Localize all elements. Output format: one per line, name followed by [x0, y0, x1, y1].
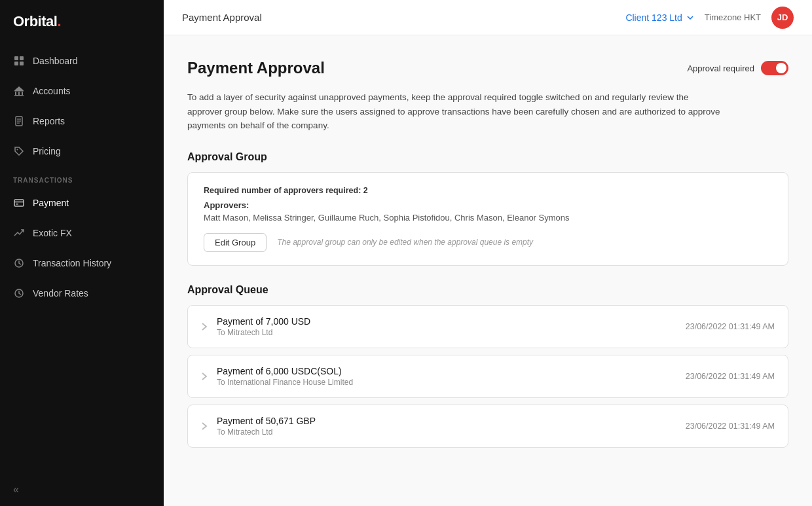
svg-rect-7	[22, 92, 23, 95]
queue-item-date: 23/06/2022 01:31:49 AM	[686, 322, 775, 331]
sidebar-item-dashboard-label: Dashboard	[33, 56, 78, 66]
bank-icon	[13, 85, 25, 97]
svg-rect-6	[18, 92, 20, 95]
approvers-label: Approvers:	[204, 200, 772, 210]
logo-name: Orbital	[13, 13, 57, 29]
approval-group-section-title: Approval Group	[187, 151, 788, 163]
main-content: Payment Approval Approval required To ad…	[164, 35, 812, 506]
queue-item-details: Payment of 6,000 USDC(SOL) To Internatio…	[217, 366, 353, 387]
collapse-icon: «	[13, 484, 19, 496]
queue-item-title: Payment of 7,000 USD	[217, 316, 310, 327]
avatar-initials: JD	[777, 12, 788, 22]
required-count-value: 2	[363, 186, 368, 195]
client-name: Client 123 Ltd	[625, 12, 682, 23]
approval-toggle-group: Approval required	[687, 61, 788, 75]
client-selector[interactable]: Client 123 Ltd	[625, 12, 693, 23]
queue-item-details: Payment of 50,671 GBP To Mitratech Ltd	[217, 416, 316, 437]
queue-item-subtitle: To Mitratech Ltd	[217, 328, 310, 337]
sidebar-item-payment-label: Payment	[33, 198, 69, 208]
edit-group-button[interactable]: Edit Group	[204, 233, 267, 252]
logo-dot: .	[57, 13, 61, 29]
transactions-section-label: TRANSACTIONS	[0, 166, 164, 188]
approval-required-toggle[interactable]	[761, 61, 788, 75]
sidebar-item-vendor-rates-label: Vendor Rates	[33, 288, 88, 298]
timezone-label: Timezone HKT	[705, 12, 761, 22]
svg-rect-1	[20, 56, 24, 60]
queue-item-left: Payment of 7,000 USD To Mitratech Ltd	[201, 316, 310, 337]
queue-item[interactable]: Payment of 50,671 GBP To Mitratech Ltd 2…	[187, 405, 788, 448]
logo-text: Orbital.	[13, 13, 61, 30]
page-title: Payment Approval	[187, 59, 325, 77]
logo-area: Orbital.	[0, 0, 164, 41]
approvers-list: Matt Mason, Melissa Stringer, Guillaume …	[204, 213, 772, 223]
sidebar-nav: Dashboard Accounts	[0, 41, 164, 473]
topbar-right: Client 123 Ltd Timezone HKT JD	[625, 7, 794, 29]
svg-rect-0	[14, 56, 18, 60]
approval-queue-section-title: Approval Queue	[187, 284, 788, 296]
sidebar-item-transaction-history-label: Transaction History	[33, 258, 111, 268]
approval-group-card: Required number of approvers required: 2…	[187, 172, 788, 266]
queue-item-title: Payment of 50,671 GBP	[217, 416, 316, 426]
topbar: Payment Approval Client 123 Ltd Timezone…	[164, 0, 812, 35]
sidebar-item-exotic-fx[interactable]: Exotic FX	[0, 218, 164, 248]
edit-group-row: Edit Group The approval group can only b…	[204, 233, 772, 252]
edit-group-note: The approval group can only be edited wh…	[277, 238, 533, 247]
svg-point-14	[17, 149, 18, 151]
queue-item-subtitle: To International Finance House Limited	[217, 378, 353, 387]
sidebar-item-accounts[interactable]: Accounts	[0, 76, 164, 106]
queue-item-details: Payment of 7,000 USD To Mitratech Ltd	[217, 316, 310, 337]
history-icon	[13, 257, 25, 269]
svg-rect-2	[14, 62, 18, 65]
toggle-label: Approval required	[687, 63, 754, 73]
sidebar-item-pricing[interactable]: Pricing	[0, 136, 164, 166]
vendor-rates-icon	[13, 287, 25, 299]
required-count-label: Required number of approvers required:	[204, 186, 361, 195]
queue-item-date: 23/06/2022 01:31:49 AM	[686, 422, 775, 431]
credit-card-icon	[13, 197, 25, 209]
sidebar: Orbital. Dashboard	[0, 0, 164, 506]
svg-rect-4	[14, 90, 24, 92]
sidebar-item-pricing-label: Pricing	[33, 146, 61, 156]
description-text: To add a layer of security against unapp…	[187, 90, 724, 133]
sidebar-item-exotic-fx-label: Exotic FX	[33, 228, 72, 238]
queue-item-subtitle: To Mitratech Ltd	[217, 427, 316, 437]
topbar-title: Payment Approval	[182, 12, 262, 23]
queue-item-title: Payment of 6,000 USDC(SOL)	[217, 366, 353, 376]
sidebar-item-payment[interactable]: Payment	[0, 188, 164, 218]
page-header: Payment Approval Approval required	[187, 59, 788, 77]
queue-item[interactable]: Payment of 7,000 USD To Mitratech Ltd 23…	[187, 305, 788, 348]
sidebar-item-accounts-label: Accounts	[33, 86, 71, 96]
sidebar-item-dashboard[interactable]: Dashboard	[0, 46, 164, 76]
queue-item-date: 23/06/2022 01:31:49 AM	[686, 372, 775, 381]
chevron-right-icon	[201, 322, 208, 331]
sidebar-collapse-button[interactable]: «	[0, 473, 164, 506]
chevron-down-icon	[686, 14, 694, 22]
sidebar-item-vendor-rates[interactable]: Vendor Rates	[0, 278, 164, 308]
chevron-right-icon	[201, 422, 208, 431]
svg-rect-5	[15, 92, 16, 95]
sidebar-item-transaction-history[interactable]: Transaction History	[0, 248, 164, 278]
tag-icon	[13, 145, 25, 157]
svg-rect-15	[14, 200, 24, 206]
avatar[interactable]: JD	[771, 7, 794, 29]
file-icon	[13, 115, 25, 127]
sidebar-item-reports-label: Reports	[33, 116, 65, 126]
chevron-right-icon	[201, 372, 208, 381]
svg-rect-17	[16, 204, 18, 205]
required-count-row: Required number of approvers required: 2	[204, 186, 772, 195]
approval-queue-list: Payment of 7,000 USD To Mitratech Ltd 23…	[187, 305, 788, 448]
sidebar-item-reports[interactable]: Reports	[0, 106, 164, 136]
queue-item-left: Payment of 50,671 GBP To Mitratech Ltd	[201, 416, 316, 437]
svg-rect-3	[20, 62, 24, 65]
queue-item-left: Payment of 6,000 USDC(SOL) To Internatio…	[201, 366, 353, 387]
svg-marker-9	[14, 86, 24, 90]
trending-up-icon	[13, 227, 25, 239]
svg-rect-8	[14, 95, 24, 96]
grid-icon	[13, 55, 25, 67]
queue-item[interactable]: Payment of 6,000 USDC(SOL) To Internatio…	[187, 355, 788, 398]
